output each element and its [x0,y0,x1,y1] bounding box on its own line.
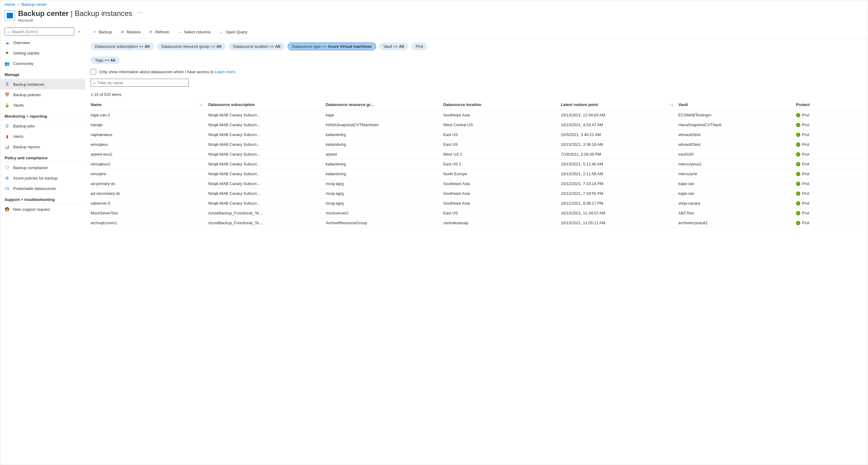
filter-pill-1[interactable]: Datasource resource group == All [157,42,226,50]
filter-pill-3[interactable]: Datasource type == Azure Virtual machine… [288,42,376,50]
column-header-vault[interactable]: Vault [676,99,794,110]
cell-location: East US [441,140,558,150]
table-row[interactable]: ad-secondary-dc Nirajk-MAB Canary Subscr… [88,189,868,198]
cell-subscription: Nirajk-MAB Canary Subscri... [206,130,323,140]
sidebar-item-label: Backup policies [13,93,41,97]
cell-name: hanajb [88,120,206,130]
cell-vault: mercuryne [676,169,794,179]
cell-restore-point: 10/12/2021, 7:33:14 PM [558,179,676,189]
select-columns-button[interactable]: →Select columns [176,28,212,35]
column-header-datasource-resource-gr-[interactable]: Datasource resource gr... [323,99,441,110]
cell-subscription: Nirajk-MAB Canary Subscri... [206,110,323,120]
toolbar-button-label: Open Query [226,30,247,34]
access-filter-row: Only show information about datasources … [88,66,868,77]
backup-center-icon [5,10,15,21]
sidebar-item-backup-policies[interactable]: 📅Backup policies [0,89,85,100]
access-checkbox[interactable] [91,69,96,74]
sidebar-item-backup-jobs[interactable]: ☰Backup jobs [0,121,85,131]
db-icon: 🗃 [5,186,9,191]
toolbar-button-label: Select columns [184,30,211,34]
cell-location: West US 2 [441,150,558,159]
sidebar-item-getting-started[interactable]: ⚑Getting started [0,48,85,58]
table-row[interactable]: kajai-can-2 Nirajk-MAB Canary Subscri...… [88,110,868,120]
table-row[interactable]: hanajb Nirajk-MAB Canary Subscri... HANA… [88,120,868,130]
filter-pill-6[interactable]: Tags == All [91,56,120,64]
cell-subscription: Nirajk-MAB Canary Subscri... [206,159,323,169]
shield-icon: 🛡 [5,165,9,170]
table-row[interactable]: ad-primary-dc Nirajk-MAB Canary Subscri.… [88,179,868,189]
sidebar-item-label: Getting started [13,51,39,56]
column-header-datasource-location[interactable]: Datasource location [441,99,558,110]
name-filter[interactable]: ⌕ [91,79,189,87]
cell-resource-group: kajai [323,110,441,120]
cell-vault: ECSMABTestingrn [676,110,794,120]
toolbar-button-label: Backup [99,30,112,34]
column-header-datasource-subscription[interactable]: Datasource subscription [206,99,323,110]
status-ok-icon: ✓ [796,221,800,225]
table-row[interactable]: arjeed-wus2 Nirajk-MAB Canary Subscri...… [88,150,868,159]
cell-protection: ✓Prot [794,140,868,150]
sidebar-item-azure-policies-for-backup[interactable]: ⚙Azure policies for backup [0,173,85,183]
policy-icon: ⚙ [5,176,9,180]
cell-location: East US [441,208,558,218]
filter-pill-2[interactable]: Datasource location == All [229,42,284,50]
flag-icon: ⚑ [5,51,9,56]
status-ok-icon: ✓ [796,191,800,196]
sidebar: ⌕ « ☁Overview⚑Getting started👥Community … [0,26,85,465]
sidebar-search-input[interactable] [12,29,71,34]
sidebar-item-community[interactable]: 👥Community [0,58,85,69]
calendar-icon: 📅 [5,92,9,97]
open-query-button[interactable]: ⌕Open Query [218,28,249,35]
column-header-protect[interactable]: Protect [794,99,868,110]
table-row[interactable]: sqlserver-0 Nirajk-MAB Canary Subscri...… [88,198,868,208]
list-icon: ☰ [5,123,9,128]
toolbar: ＋Backup↺Restore⟳Refresh→Select columns⌕O… [88,26,868,38]
learn-more-link[interactable]: Learn more [215,69,235,74]
breadcrumb-home[interactable]: Home [5,2,15,7]
column-header-latest-restore-point[interactable]: Latest restore point ↑↓ [558,99,676,110]
sidebar-item-overview[interactable]: ☁Overview [0,37,85,48]
cell-vault: archiveccyvault1 [676,218,794,228]
search-icon: ⌕ [93,81,96,85]
name-filter-input[interactable] [98,81,186,85]
sidebar-search[interactable]: ⌕ [5,28,74,35]
sidebar-item-label: Backup jobs [13,124,35,128]
sidebar-item-new-support-request[interactable]: 🧑New support request [0,204,85,214]
cell-name: kajai-can-2 [88,110,206,120]
sidebar-item-backup-instances[interactable]: 🗄Backup instances [0,79,85,89]
cell-restore-point: 7/19/2021, 2:09:38 PM [558,150,676,159]
status-ok-icon: ✓ [796,123,800,127]
breadcrumb-backup-center[interactable]: Backup center [22,2,47,7]
cell-vault: kajai-can [676,179,794,189]
cell-location: Southeast Asia [441,189,558,198]
cell-location: East US [441,130,558,140]
table-row[interactable]: saphanaeus Nirajk-MAB Canary Subscri... … [88,130,868,140]
sidebar-item-alerts[interactable]: ▮Alerts [0,131,85,142]
cell-location: centraluseuap [441,218,558,228]
table-row[interactable]: winsqleus2 Nirajk-MAB Canary Subscri... … [88,159,868,169]
cell-subscription: Nirajk-MAB Canary Subscri... [206,189,323,198]
table-row[interactable]: archsqlccvvm1 AzureBackup_Functional_Te.… [88,218,868,228]
people-icon: 👥 [5,61,9,66]
sidebar-item-label: Alerts [13,134,23,139]
sidebar-item-protectable-datasources[interactable]: 🗃Protectable datasources [0,183,85,194]
backup-button[interactable]: ＋Backup [91,28,113,35]
sidebar-item-vaults[interactable]: 🔒Vaults [0,100,85,110]
status-ok-icon: ✓ [796,211,800,215]
filter-pill-4[interactable]: Vault == All [379,42,409,50]
column-header-name[interactable]: Name ↑↓ [88,99,206,110]
table-row[interactable]: winsqleus Nirajk-MAB Canary Subscri... k… [88,140,868,150]
restore-button[interactable]: ↺Restore [119,28,142,35]
sidebar-item-backup-compliance[interactable]: 🛡Backup compliance [0,162,85,173]
collapse-sidebar-button[interactable]: « [75,28,83,35]
table-row[interactable]: winsqlne Nirajk-MAB Canary Subscri... ka… [88,169,868,179]
filter-pill-5[interactable]: Prot [411,42,427,50]
refresh-button[interactable]: ⟳Refresh [147,28,170,35]
sidebar-item-backup-reports[interactable]: 📊Backup reports [0,142,85,152]
cell-name: winsqleus [88,140,206,150]
filter-pill-0[interactable]: Datasource subscription == All [91,42,154,50]
cell-location: Southeast Asia [441,179,558,189]
more-button[interactable]: ⋯ [138,9,143,15]
cell-location: Southeast Asia [441,110,558,120]
table-row[interactable]: MockSeverTest AzureBackup_Functional_Te.… [88,208,868,218]
